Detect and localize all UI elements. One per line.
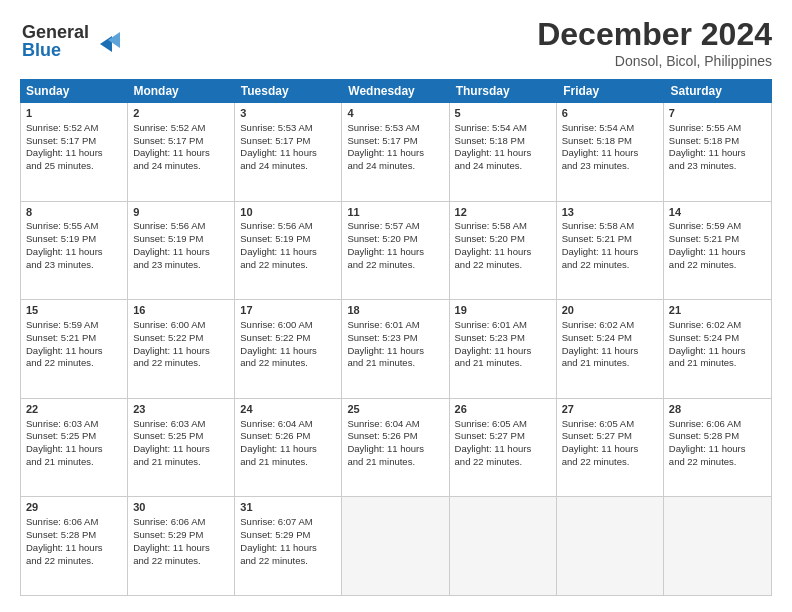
cell-4: 4 Sunrise: 5:53 AMSunset: 5:17 PMDayligh… bbox=[342, 103, 449, 201]
day-num: 6 bbox=[562, 106, 658, 121]
cell-2: 2 Sunrise: 5:52 AMSunset: 5:17 PMDayligh… bbox=[128, 103, 235, 201]
cell-data: Sunrise: 5:58 AMSunset: 5:20 PMDaylight:… bbox=[455, 220, 532, 269]
cell-data: Sunrise: 6:02 AMSunset: 5:24 PMDaylight:… bbox=[562, 319, 639, 368]
day-num: 4 bbox=[347, 106, 443, 121]
cell-data: Sunrise: 5:52 AMSunset: 5:17 PMDaylight:… bbox=[133, 122, 210, 171]
day-num: 16 bbox=[133, 303, 229, 318]
cell-data: Sunrise: 5:59 AMSunset: 5:21 PMDaylight:… bbox=[669, 220, 746, 269]
cell-11: 11 Sunrise: 5:57 AMSunset: 5:20 PMDaylig… bbox=[342, 202, 449, 300]
cell-27: 27 Sunrise: 6:05 AMSunset: 5:27 PMDaylig… bbox=[557, 399, 664, 497]
cell-data: Sunrise: 5:52 AMSunset: 5:17 PMDaylight:… bbox=[26, 122, 103, 171]
cell-data: Sunrise: 6:06 AMSunset: 5:28 PMDaylight:… bbox=[669, 418, 746, 467]
cell-data: Sunrise: 6:06 AMSunset: 5:29 PMDaylight:… bbox=[133, 516, 210, 565]
day-num: 30 bbox=[133, 500, 229, 515]
cell-data: Sunrise: 6:01 AMSunset: 5:23 PMDaylight:… bbox=[347, 319, 424, 368]
cell-3: 3 Sunrise: 5:53 AMSunset: 5:17 PMDayligh… bbox=[235, 103, 342, 201]
svg-text:Blue: Blue bbox=[22, 40, 61, 60]
cell-18: 18 Sunrise: 6:01 AMSunset: 5:23 PMDaylig… bbox=[342, 300, 449, 398]
logo: General Blue bbox=[20, 16, 130, 68]
cell-data: Sunrise: 5:57 AMSunset: 5:20 PMDaylight:… bbox=[347, 220, 424, 269]
week-row-4: 22 Sunrise: 6:03 AMSunset: 5:25 PMDaylig… bbox=[21, 399, 771, 498]
dow-tuesday: Tuesday bbox=[235, 79, 342, 103]
day-num: 3 bbox=[240, 106, 336, 121]
cell-24: 24 Sunrise: 6:04 AMSunset: 5:26 PMDaylig… bbox=[235, 399, 342, 497]
cell-data: Sunrise: 5:56 AMSunset: 5:19 PMDaylight:… bbox=[240, 220, 317, 269]
cell-data: Sunrise: 6:07 AMSunset: 5:29 PMDaylight:… bbox=[240, 516, 317, 565]
cell-data: Sunrise: 5:53 AMSunset: 5:17 PMDaylight:… bbox=[240, 122, 317, 171]
cell-23: 23 Sunrise: 6:03 AMSunset: 5:25 PMDaylig… bbox=[128, 399, 235, 497]
day-num: 21 bbox=[669, 303, 766, 318]
title-block: December 2024 Donsol, Bicol, Philippines bbox=[537, 16, 772, 69]
cell-1: 1 Sunrise: 5:52 AMSunset: 5:17 PMDayligh… bbox=[21, 103, 128, 201]
day-num: 5 bbox=[455, 106, 551, 121]
day-num: 9 bbox=[133, 205, 229, 220]
calendar-header: Sunday Monday Tuesday Wednesday Thursday… bbox=[20, 79, 772, 103]
cell-21: 21 Sunrise: 6:02 AMSunset: 5:24 PMDaylig… bbox=[664, 300, 771, 398]
cell-data: Sunrise: 6:06 AMSunset: 5:28 PMDaylight:… bbox=[26, 516, 103, 565]
dow-sunday: Sunday bbox=[20, 79, 127, 103]
cell-13: 13 Sunrise: 5:58 AMSunset: 5:21 PMDaylig… bbox=[557, 202, 664, 300]
day-num: 19 bbox=[455, 303, 551, 318]
day-num: 14 bbox=[669, 205, 766, 220]
cell-data: Sunrise: 5:56 AMSunset: 5:19 PMDaylight:… bbox=[133, 220, 210, 269]
month-title: December 2024 bbox=[537, 16, 772, 53]
cell-data: Sunrise: 5:54 AMSunset: 5:18 PMDaylight:… bbox=[562, 122, 639, 171]
cell-data: Sunrise: 6:00 AMSunset: 5:22 PMDaylight:… bbox=[240, 319, 317, 368]
dow-friday: Friday bbox=[557, 79, 664, 103]
day-num: 2 bbox=[133, 106, 229, 121]
svg-text:General: General bbox=[22, 22, 89, 42]
cell-data: Sunrise: 5:53 AMSunset: 5:17 PMDaylight:… bbox=[347, 122, 424, 171]
cell-20: 20 Sunrise: 6:02 AMSunset: 5:24 PMDaylig… bbox=[557, 300, 664, 398]
day-num: 26 bbox=[455, 402, 551, 417]
dow-monday: Monday bbox=[127, 79, 234, 103]
calendar-body: 1 Sunrise: 5:52 AMSunset: 5:17 PMDayligh… bbox=[20, 103, 772, 596]
cell-data: Sunrise: 6:04 AMSunset: 5:26 PMDaylight:… bbox=[240, 418, 317, 467]
week-row-3: 15 Sunrise: 5:59 AMSunset: 5:21 PMDaylig… bbox=[21, 300, 771, 399]
cell-data: Sunrise: 5:55 AMSunset: 5:18 PMDaylight:… bbox=[669, 122, 746, 171]
cell-26: 26 Sunrise: 6:05 AMSunset: 5:27 PMDaylig… bbox=[450, 399, 557, 497]
day-num: 29 bbox=[26, 500, 122, 515]
cell-31: 31 Sunrise: 6:07 AMSunset: 5:29 PMDaylig… bbox=[235, 497, 342, 595]
week-row-5: 29 Sunrise: 6:06 AMSunset: 5:28 PMDaylig… bbox=[21, 497, 771, 595]
cell-16: 16 Sunrise: 6:00 AMSunset: 5:22 PMDaylig… bbox=[128, 300, 235, 398]
day-num: 8 bbox=[26, 205, 122, 220]
week-row-1: 1 Sunrise: 5:52 AMSunset: 5:17 PMDayligh… bbox=[21, 103, 771, 202]
day-num: 10 bbox=[240, 205, 336, 220]
cell-12: 12 Sunrise: 5:58 AMSunset: 5:20 PMDaylig… bbox=[450, 202, 557, 300]
calendar: Sunday Monday Tuesday Wednesday Thursday… bbox=[20, 79, 772, 596]
cell-data: Sunrise: 5:55 AMSunset: 5:19 PMDaylight:… bbox=[26, 220, 103, 269]
cell-30: 30 Sunrise: 6:06 AMSunset: 5:29 PMDaylig… bbox=[128, 497, 235, 595]
cell-data: Sunrise: 6:02 AMSunset: 5:24 PMDaylight:… bbox=[669, 319, 746, 368]
day-num: 13 bbox=[562, 205, 658, 220]
day-num: 27 bbox=[562, 402, 658, 417]
day-num: 7 bbox=[669, 106, 766, 121]
dow-wednesday: Wednesday bbox=[342, 79, 449, 103]
cell-data: Sunrise: 5:54 AMSunset: 5:18 PMDaylight:… bbox=[455, 122, 532, 171]
day-num: 15 bbox=[26, 303, 122, 318]
location: Donsol, Bicol, Philippines bbox=[537, 53, 772, 69]
day-num: 20 bbox=[562, 303, 658, 318]
header: General Blue December 2024 Donsol, Bicol… bbox=[20, 16, 772, 69]
day-num: 22 bbox=[26, 402, 122, 417]
cell-data: Sunrise: 5:59 AMSunset: 5:21 PMDaylight:… bbox=[26, 319, 103, 368]
cell-data: Sunrise: 6:05 AMSunset: 5:27 PMDaylight:… bbox=[562, 418, 639, 467]
cell-14: 14 Sunrise: 5:59 AMSunset: 5:21 PMDaylig… bbox=[664, 202, 771, 300]
day-num: 12 bbox=[455, 205, 551, 220]
page: General Blue December 2024 Donsol, Bicol… bbox=[0, 0, 792, 612]
cell-10: 10 Sunrise: 5:56 AMSunset: 5:19 PMDaylig… bbox=[235, 202, 342, 300]
day-num: 1 bbox=[26, 106, 122, 121]
dow-thursday: Thursday bbox=[450, 79, 557, 103]
cell-5: 5 Sunrise: 5:54 AMSunset: 5:18 PMDayligh… bbox=[450, 103, 557, 201]
dow-saturday: Saturday bbox=[665, 79, 772, 103]
day-num: 25 bbox=[347, 402, 443, 417]
cell-data: Sunrise: 6:00 AMSunset: 5:22 PMDaylight:… bbox=[133, 319, 210, 368]
cell-6: 6 Sunrise: 5:54 AMSunset: 5:18 PMDayligh… bbox=[557, 103, 664, 201]
cell-empty-3 bbox=[557, 497, 664, 595]
cell-empty-4 bbox=[664, 497, 771, 595]
cell-data: Sunrise: 6:03 AMSunset: 5:25 PMDaylight:… bbox=[133, 418, 210, 467]
week-row-2: 8 Sunrise: 5:55 AMSunset: 5:19 PMDayligh… bbox=[21, 202, 771, 301]
cell-data: Sunrise: 5:58 AMSunset: 5:21 PMDaylight:… bbox=[562, 220, 639, 269]
day-num: 18 bbox=[347, 303, 443, 318]
cell-17: 17 Sunrise: 6:00 AMSunset: 5:22 PMDaylig… bbox=[235, 300, 342, 398]
cell-25: 25 Sunrise: 6:04 AMSunset: 5:26 PMDaylig… bbox=[342, 399, 449, 497]
